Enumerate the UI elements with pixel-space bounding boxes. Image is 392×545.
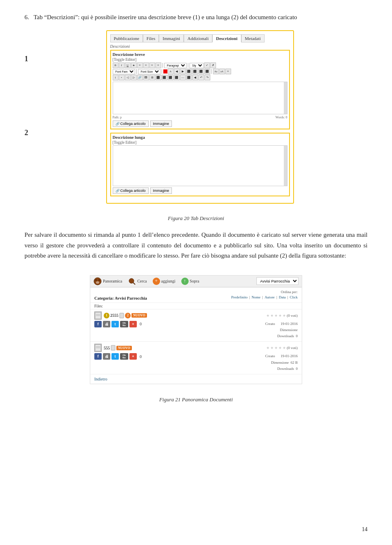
misc-btn2[interactable]: ▶: [180, 69, 186, 74]
section-number: 6.: [24, 14, 29, 20]
twitter-btn-1[interactable]: t: [111, 321, 119, 327]
toggle-editor-breve[interactable]: [Toggle Editor]: [113, 58, 287, 62]
toggle-editor-lunga[interactable]: [Toggle Editor]: [113, 140, 287, 145]
misc-btn4[interactable]: ⬛: [192, 69, 198, 74]
sort-nome[interactable]: Nome: [252, 295, 261, 300]
align-right-btn[interactable]: ≡: [149, 62, 155, 68]
cerca-label: Cerca: [137, 279, 147, 283]
category-dropdown-wrap: Avvisi Parrocchia: [256, 277, 298, 285]
aa-btn[interactable]: Aa: [213, 69, 219, 74]
download-count-2: 0: [140, 354, 142, 359]
underline-btn[interactable]: U: [125, 62, 131, 68]
scrollbar-breve[interactable]: [284, 82, 287, 114]
table-btn[interactable]: ⊞: [149, 75, 155, 80]
styles-select[interactable]: Styles: [189, 63, 204, 68]
undo-btn[interactable]: ↶: [198, 75, 204, 80]
file-2-badges: 555 NUOVO: [104, 345, 132, 351]
align-left-btn[interactable]: ≡: [137, 62, 143, 68]
aggiungi-tool[interactable]: + aggiungi: [153, 278, 176, 285]
indent-btn[interactable]: ▷: [131, 75, 137, 80]
svg-line-5: [133, 283, 135, 285]
facebook-btn-1[interactable]: f: [94, 321, 102, 327]
tab-descrizioni[interactable]: Descrizioni: [212, 34, 241, 42]
star3: ★: [274, 314, 278, 318]
misc-btn1[interactable]: ◀: [174, 69, 180, 74]
screenshot-panoramica: Panoramica Cerca + aggiungi ↑ Sopra Avvi…: [90, 275, 302, 385]
sopra-icon: ↑: [181, 278, 189, 285]
misc-btn3[interactable]: ⬛: [186, 69, 192, 74]
checkmark-btn[interactable]: ✓: [204, 62, 210, 68]
tab-addizionali[interactable]: Addizionali: [184, 34, 212, 42]
plus-btn-2[interactable]: +: [129, 353, 137, 360]
color-picker[interactable]: [163, 69, 167, 73]
ok-btn-2[interactable]: OkNo: [120, 353, 128, 360]
num-btn[interactable]: 1: [113, 75, 118, 80]
aggiungi-label: aggiungi: [161, 279, 176, 283]
fontsize-select[interactable]: Font Size: [138, 69, 160, 74]
misc2-btn6[interactable]: ⬛: [186, 75, 192, 80]
editor-buttons-breve: 🔗 Collega articolo Immagine: [113, 120, 287, 127]
file-row-2: 555 NUOVO ★ ★ ★ ★ ★ (0 voti) f 🖨: [90, 341, 302, 374]
section-label: Descrizioni: [110, 44, 290, 49]
immagine-btn-breve[interactable]: Immagine: [150, 120, 172, 127]
section-heading: 6. Tab “Descrizioni”: qui è possibile in…: [24, 12, 368, 22]
collega-articolo-btn-breve[interactable]: 🔗 Collega articolo: [113, 120, 149, 127]
panoramica-tool[interactable]: Panoramica: [94, 277, 122, 285]
category-dropdown[interactable]: Avvisi Parrocchia: [256, 277, 298, 285]
immagine-btn-lunga[interactable]: Immagine: [150, 187, 172, 194]
created-1: Creato 19-01-2016: [265, 321, 298, 327]
sort-click[interactable]: Click: [290, 295, 298, 300]
outdent-btn[interactable]: ◁: [125, 75, 131, 80]
tab-metadati[interactable]: Metadati: [241, 34, 265, 42]
fontfamily-select[interactable]: Font Family: [113, 69, 135, 74]
image-btn-tb[interactable]: 🖼: [143, 75, 149, 80]
file-row-1: 1 2555 2 NUOVO ★ ★ ★ ★ ★ (0 voti): [90, 309, 302, 342]
editor-area-lunga[interactable]: [113, 145, 287, 186]
tab-files[interactable]: Files: [143, 34, 159, 42]
plus-btn-1[interactable]: +: [129, 321, 137, 327]
bold-btn[interactable]: B: [113, 62, 118, 68]
bullet-btn[interactable]: •: [119, 75, 125, 80]
ok-btn-1[interactable]: OkNo: [120, 321, 128, 327]
editor-area-breve[interactable]: [113, 82, 287, 114]
tab-pubblicazione[interactable]: Pubblicazione: [110, 34, 143, 42]
aA-btn[interactable]: aA: [219, 69, 225, 74]
italic-btn[interactable]: I: [119, 62, 125, 68]
sopra-tool[interactable]: ↑ Sopra: [181, 278, 199, 285]
cerca-tool[interactable]: Cerca: [128, 277, 147, 285]
twitter-btn-2[interactable]: t: [111, 353, 119, 360]
align-justify-btn[interactable]: ≡: [156, 62, 161, 68]
misc2-btn3[interactable]: ⬛: [168, 75, 174, 80]
misc2-btn1[interactable]: ⬛: [156, 75, 161, 80]
misc2-btn5[interactable]: —: [180, 75, 186, 80]
misc-small-btn[interactable]: ≡: [225, 69, 231, 74]
facebook-btn-2[interactable]: f: [94, 353, 102, 360]
pan-sort: Ordina per: Predefinito | Nome | Autore …: [231, 289, 298, 300]
indietro-link[interactable]: Indietro: [90, 374, 302, 384]
screenshot-descrizioni: Pubblicazione Files Immagini Addizionali…: [106, 30, 294, 204]
scrollbar-lunga[interactable]: [284, 146, 287, 186]
print-btn-2[interactable]: 🖨: [103, 353, 110, 360]
sort-data[interactable]: Data: [279, 295, 286, 300]
link-btn[interactable]: 🔗: [137, 75, 143, 80]
misc2-btn4[interactable]: ⬛: [174, 75, 180, 80]
color-btn[interactable]: A: [168, 69, 174, 74]
star5b: ★: [283, 346, 286, 350]
misc2-btn2[interactable]: ⬛: [162, 75, 167, 80]
collega-articolo-btn-lunga[interactable]: 🔗 Collega articolo: [113, 187, 149, 194]
redo-btn[interactable]: ↷: [205, 75, 210, 80]
nuovo-badge-1: NUOVO: [131, 313, 147, 318]
sort-autore[interactable]: Autore: [265, 295, 275, 300]
misc-btn6[interactable]: ⬛: [205, 69, 210, 74]
link-icon: 🔗: [116, 122, 120, 126]
print-btn-1[interactable]: 🖨: [103, 321, 110, 327]
x-btn[interactable]: ✗: [210, 62, 216, 68]
misc2-btn7[interactable]: ◀: [192, 75, 198, 80]
strikethrough-btn[interactable]: S: [131, 62, 137, 68]
paragraph-select[interactable]: Paragraph: [164, 63, 187, 68]
sort-predefinito[interactable]: Predefinito: [231, 295, 247, 300]
misc-btn5[interactable]: ⬛: [198, 69, 204, 74]
align-center-btn[interactable]: ≡: [143, 62, 149, 68]
star2: ★: [270, 314, 274, 318]
tab-immagini[interactable]: Immagini: [159, 34, 184, 42]
